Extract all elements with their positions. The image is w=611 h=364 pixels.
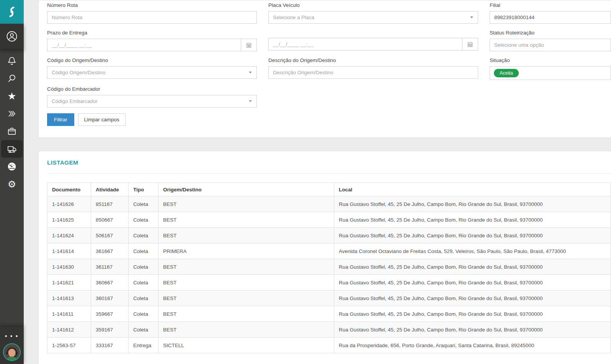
filter-panel: Número Rota Placa Veículo Selecione a Pl… — [38, 0, 611, 138]
calendar-icon — [246, 42, 252, 48]
cell-origem-destino: BEST — [158, 322, 334, 338]
field-status-roteirizacao: Status Roteirização Selecione uma opção — [490, 30, 611, 51]
ellipsis-icon[interactable]: ● ● ● — [5, 331, 19, 343]
table-row[interactable]: 1-141626 851167 Coleta BEST Rua Gustavo … — [47, 196, 611, 212]
table-row[interactable]: 1-2563-57 333167 Entrega SICTELL Rua da … — [47, 338, 611, 353]
divider — [47, 173, 611, 174]
cell-local: Rua Gustavo Stoffel, 45, 25 De Julho, Ca… — [334, 322, 611, 338]
cell-documento: 1-2563-57 — [47, 338, 91, 353]
table-row[interactable]: 1-141613 360167 Coleta BEST Rua Gustavo … — [47, 291, 611, 306]
calendar-icon — [467, 41, 473, 47]
cell-origem-destino: BEST — [158, 228, 334, 243]
user-circle-icon — [6, 31, 18, 42]
table-row[interactable]: 1-141614 361667 Coleta PRIMERA Avenida C… — [47, 243, 611, 259]
table-row[interactable]: 1-141621 360667 Coleta BEST Rua Gustavo … — [47, 275, 611, 291]
cell-origem-destino: BEST — [158, 291, 334, 306]
numero-rota-input[interactable] — [47, 11, 257, 24]
placa-veiculo-placeholder: Selecione a Placa — [273, 15, 314, 20]
field-placa-veiculo: Placa Veículo Selecione a Placa — [268, 2, 478, 24]
sidebar-nav: ★ — [0, 52, 24, 193]
sidebar-item-profile[interactable] — [0, 24, 24, 49]
cell-documento: 1-141630 — [47, 259, 91, 275]
cell-tipo: Coleta — [129, 322, 158, 338]
double-chevron-right-icon — [7, 109, 17, 119]
chevron-down-icon — [249, 72, 252, 73]
codigo-embarcador-select[interactable]: Código Embarcador — [47, 95, 257, 108]
field-prazo-entrega: Prazo de Entrega — [47, 30, 257, 51]
cell-atividade: 361667 — [91, 243, 129, 259]
user-avatar — [4, 344, 20, 360]
limpar-campos-button[interactable]: Limpar campos — [78, 113, 126, 126]
table-row[interactable]: 1-141625 850667 Coleta BEST Rua Gustavo … — [47, 212, 611, 228]
cell-tipo: Coleta — [129, 243, 158, 259]
status-badge: Aceita — [494, 69, 519, 77]
descricao-origem-destino-input[interactable] — [268, 66, 478, 79]
sidebar-item-expand[interactable] — [0, 105, 24, 122]
status-roteirizacao-label: Status Roteirização — [490, 30, 611, 36]
sidebar-item-favorites[interactable]: ★ — [0, 87, 24, 105]
field-codigo-origem-destino: Código do Origem/Destino Código Origem/D… — [47, 57, 257, 80]
cell-atividade: 506167 — [91, 228, 129, 243]
table-body: 1-141626 851167 Coleta BEST Rua Gustavo … — [47, 196, 611, 353]
descricao-origem-destino-label: Descrição do Origem/Destino — [268, 57, 478, 63]
sidebar-item-jobs[interactable] — [0, 122, 24, 140]
cell-atividade: 361167 — [91, 259, 129, 275]
table-row[interactable]: 1-141611 359667 Coleta BEST Rua Gustavo … — [47, 306, 611, 322]
prazo-entrega-fim-input[interactable] — [268, 38, 462, 51]
filtrar-button[interactable]: Filtrar — [47, 113, 74, 126]
cell-atividade: 333167 — [91, 338, 129, 353]
support-avatar[interactable] — [3, 343, 21, 361]
prazo-entrega-input[interactable] — [47, 39, 241, 51]
table-row[interactable]: 1-141630 361167 Coleta BEST Rua Gustavo … — [47, 259, 611, 275]
codigo-embarcador-placeholder: Código Embarcador — [52, 98, 98, 104]
filial-input[interactable] — [490, 11, 611, 24]
cell-tipo: Coleta — [129, 212, 158, 228]
main-content: Número Rota Placa Veículo Selecione a Pl… — [24, 0, 611, 364]
cell-tipo: Coleta — [129, 228, 158, 243]
placa-veiculo-label: Placa Veículo — [268, 2, 478, 8]
app-logo[interactable] — [0, 0, 24, 24]
sidebar-item-settings[interactable]: ⚙ — [0, 175, 24, 193]
sidebar-item-search[interactable] — [0, 70, 24, 87]
cell-tipo: Coleta — [129, 196, 158, 212]
cell-local: Rua Gustavo Stoffel, 45, 25 De Julho, Ca… — [334, 196, 611, 212]
sidebar-item-routes-truck[interactable] — [1, 140, 23, 158]
cell-atividade: 360167 — [91, 291, 129, 306]
status-roteirizacao-placeholder: Selecione uma opção — [494, 42, 544, 48]
cell-atividade: 850667 — [91, 212, 129, 228]
truck-icon — [7, 144, 17, 154]
sidebar: ★ — [0, 0, 24, 364]
cell-documento: 1-141614 — [47, 243, 91, 259]
cell-documento: 1-141613 — [47, 291, 91, 306]
codigo-embarcador-label: Código do Embarcador — [47, 86, 257, 92]
field-filial: Filial — [490, 2, 611, 24]
col-header-documento: Documento — [47, 183, 91, 196]
prazo-entrega-calendar-button[interactable] — [241, 39, 257, 51]
sidebar-item-dashboard[interactable] — [0, 158, 24, 175]
cell-tipo: Coleta — [129, 275, 158, 291]
cell-local: Rua Gustavo Stoffel, 45, 25 De Julho, Ca… — [334, 228, 611, 243]
codigo-origem-destino-select[interactable]: Código Origem/Destino — [47, 66, 257, 79]
cell-documento: 1-141625 — [47, 212, 91, 228]
placa-veiculo-select[interactable]: Selecione a Placa — [268, 11, 478, 24]
status-roteirizacao-select[interactable]: Selecione uma opção — [490, 39, 611, 51]
codigo-origem-destino-label: Código do Origem/Destino — [47, 57, 257, 63]
sidebar-item-notifications[interactable] — [0, 52, 24, 70]
situacao-value-box: Aceita — [490, 66, 611, 80]
prazo-entrega-fim-calendar-button[interactable] — [462, 38, 478, 51]
filter-actions: Filtrar Limpar campos — [47, 113, 611, 126]
cell-atividade: 360667 — [91, 275, 129, 291]
cell-origem-destino: BEST — [158, 259, 334, 275]
briefcase-icon — [7, 126, 17, 136]
table-row[interactable]: 1-141624 506167 Coleta BEST Rua Gustavo … — [47, 228, 611, 243]
listing-table: Documento Atividade Tipo Origem/Destino … — [47, 183, 611, 353]
cell-tipo: Coleta — [129, 291, 158, 306]
table-row[interactable]: 1-141612 359167 Coleta BEST Rua Gustavo … — [47, 322, 611, 338]
field-numero-rota: Número Rota — [47, 2, 257, 24]
listing-panel: LISTAGEM Documento Atividade Tipo Origem… — [38, 151, 611, 364]
sidebar-footer: ● ● ● — [0, 327, 24, 364]
field-codigo-embarcador: Código do Embarcador Código Embarcador — [47, 86, 257, 108]
cell-origem-destino: BEST — [158, 212, 334, 228]
col-header-tipo: Tipo — [129, 183, 158, 196]
field-descricao-origem-destino: Descrição do Origem/Destino — [268, 57, 478, 80]
